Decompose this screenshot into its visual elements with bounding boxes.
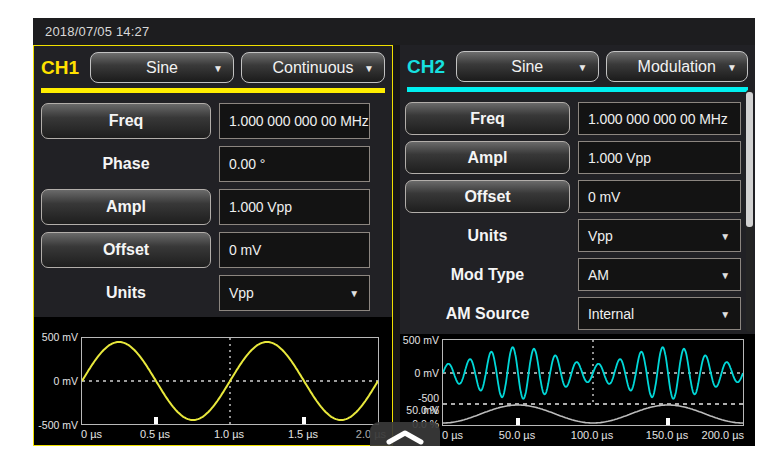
offset-value-field[interactable]: 0 mV	[578, 180, 741, 213]
ch2-mode-value: Modulation	[638, 58, 716, 76]
ch1-ytick-0mv: 0 mV	[34, 375, 78, 387]
mod-type-value: AM	[588, 267, 609, 283]
x-tick-mark	[154, 417, 158, 424]
units-value: Vpp	[229, 285, 254, 301]
ch1-phase-row: Phase 0.00 °	[41, 146, 370, 182]
am-source-label: AM Source	[405, 297, 570, 330]
ch2-mode-select[interactable]: Modulation ▼	[606, 51, 749, 82]
ch2-accent-bar	[407, 87, 748, 92]
ch2-plot	[443, 340, 743, 425]
chevron-down-icon: ▼	[727, 61, 737, 72]
offset-value-field[interactable]: 0 mV	[219, 232, 370, 268]
ch2-waveform-select[interactable]: Sine ▼	[456, 51, 599, 82]
ch2-freq-row: Freq 1.000 000 000 00 MHz	[405, 102, 741, 135]
x-tick-mark	[302, 417, 306, 424]
ampl-value-field[interactable]: 1.000 Vpp	[219, 189, 370, 225]
ch1-xtick-3: 1.5 µs	[288, 428, 318, 440]
units-label: Units	[405, 219, 570, 252]
chevron-up-icon	[382, 429, 428, 446]
ch1-fields: Freq 1.000 000 000 00 MHz Phase 0.00 ° A…	[34, 103, 392, 311]
expand-panel-button[interactable]	[370, 422, 440, 446]
ch1-xtick-0: 0 µs	[81, 428, 102, 440]
am-source-dropdown[interactable]: Internal ▼	[578, 297, 741, 330]
ch2-xtick-0: 0 µs	[442, 429, 463, 441]
ch2-plot-frame	[442, 339, 744, 426]
ch1-mode-value: Continuous	[273, 59, 354, 77]
phase-label: Phase	[41, 146, 211, 182]
ch1-waveform-select[interactable]: Sine ▼	[90, 52, 234, 83]
units-label: Units	[41, 275, 211, 311]
mod-type-label: Mod Type	[405, 258, 570, 291]
chevron-down-icon: ▼	[578, 61, 588, 72]
ch2-panel: CH2 Sine ▼ Modulation ▼ Freq 1.000 000 0…	[400, 45, 755, 446]
ch1-ytick-500mv: 500 mV	[34, 331, 78, 343]
ch1-xtick-1: 0.5 µs	[140, 428, 170, 440]
ch2-ytick-0mv: 0 mV	[400, 367, 439, 379]
ch2-scrollbar-thumb[interactable]	[746, 92, 753, 227]
ch2-fields: Freq 1.000 000 000 00 MHz Ampl 1.000 Vpp…	[400, 102, 755, 330]
freq-button[interactable]: Freq	[405, 102, 570, 135]
ch2-ytick-500mv: 500 mV	[400, 334, 439, 346]
am-source-value: Internal	[588, 306, 634, 322]
x-tick-mark	[666, 418, 670, 425]
ch2-modtype-row: Mod Type AM ▼	[405, 258, 741, 291]
ch2-label: CH2	[407, 56, 449, 78]
datetime-text: 2018/07/05 14:27	[45, 24, 149, 39]
ch1-units-row: Units Vpp ▼	[41, 275, 370, 311]
ch1-header: CH1 Sine ▼ Continuous ▼	[34, 46, 392, 86]
ch2-modulating-wave	[443, 405, 743, 423]
ch1-freq-row: Freq 1.000 000 000 00 MHz	[41, 103, 370, 139]
ch1-wave-area: 500 mV 0 mV -500 mV 0 µs 0.5 µs 1.0 µs 1…	[34, 317, 392, 445]
ch2-xtick-3: 150.0 µs	[646, 429, 688, 441]
mod-type-dropdown[interactable]: AM ▼	[578, 258, 741, 291]
ch2-scrollbar-track[interactable]	[746, 90, 753, 332]
ampl-value-field[interactable]: 1.000 Vpp	[578, 141, 741, 174]
x-tick-mark	[516, 418, 520, 425]
ch2-wave-area: 500 mV 0 mV -500 mV 50.0 % 0.0 % 0 µs 50…	[400, 334, 755, 446]
ch1-mode-select[interactable]: Continuous ▼	[241, 52, 385, 83]
ch2-units-row: Units Vpp ▼	[405, 219, 741, 252]
ch1-offset-row: Offset 0 mV	[41, 232, 370, 268]
ampl-button[interactable]: Ampl	[41, 189, 211, 225]
ch1-panel: CH1 Sine ▼ Continuous ▼ Freq 1.000 000 0…	[33, 45, 393, 446]
offset-button[interactable]: Offset	[41, 232, 211, 268]
freq-value-field[interactable]: 1.000 000 000 00 MHz	[219, 103, 370, 139]
chevron-down-icon: ▼	[720, 308, 730, 319]
units-value: Vpp	[588, 228, 613, 244]
ch2-waveform-value: Sine	[511, 58, 543, 76]
chevron-down-icon: ▼	[364, 62, 374, 73]
ch2-header: CH2 Sine ▼ Modulation ▼	[400, 45, 755, 85]
ch1-xtick-2: 1.0 µs	[214, 428, 244, 440]
phase-value-field[interactable]: 0.00 °	[219, 146, 370, 182]
status-bar: 2018/07/05 14:27	[33, 18, 755, 45]
ch2-xtick-4: 200.0 µs	[702, 429, 744, 441]
ch2-ampl-row: Ampl 1.000 Vpp	[405, 141, 741, 174]
ch1-accent-bar	[41, 88, 385, 93]
ch1-plot	[82, 338, 378, 424]
ch2-offset-row: Offset 0 mV	[405, 180, 741, 213]
chevron-down-icon: ▼	[720, 230, 730, 241]
chevron-down-icon: ▼	[213, 62, 223, 73]
ch1-waveform-value: Sine	[146, 59, 178, 77]
freq-value-field[interactable]: 1.000 000 000 00 MHz	[578, 102, 741, 135]
ch1-ampl-row: Ampl 1.000 Vpp	[41, 189, 370, 225]
chevron-down-icon: ▼	[720, 269, 730, 280]
ch2-xtick-2: 100.0 µs	[571, 429, 613, 441]
instrument-screen: 2018/07/05 14:27 CH1 Sine ▼ Continuous ▼…	[33, 18, 755, 446]
freq-button[interactable]: Freq	[41, 103, 211, 139]
units-dropdown[interactable]: Vpp ▼	[219, 275, 370, 311]
ch1-ytick-n500mv: -500 mV	[34, 419, 78, 431]
ch2-ytick-50pct: 50.0 %	[400, 404, 439, 416]
ch1-label: CH1	[41, 57, 83, 79]
ampl-button[interactable]: Ampl	[405, 141, 570, 174]
ch2-xtick-1: 50.0 µs	[499, 429, 535, 441]
units-dropdown[interactable]: Vpp ▼	[578, 219, 741, 252]
ch2-amsource-row: AM Source Internal ▼	[405, 297, 741, 330]
ch1-plot-frame	[81, 337, 379, 425]
offset-button[interactable]: Offset	[405, 180, 570, 213]
chevron-down-icon: ▼	[349, 288, 359, 299]
